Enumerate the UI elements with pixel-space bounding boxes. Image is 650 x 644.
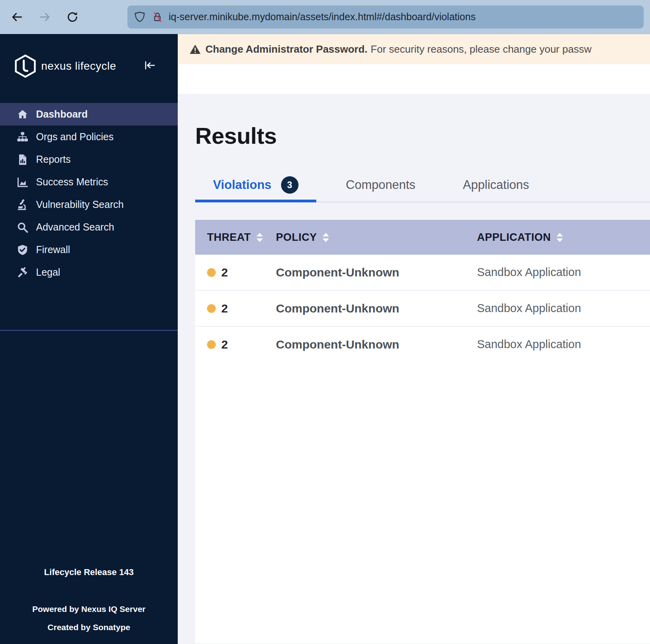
sidebar-item-label: Orgs and Policies [36, 131, 114, 143]
browser-chrome: iq-server.minikube.mydomain/assets/index… [0, 0, 650, 34]
sidebar-item-legal[interactable]: Legal [0, 261, 178, 284]
column-header-policy[interactable]: POLICY [276, 231, 477, 244]
sidebar-item-label: Advanced Search [36, 221, 114, 233]
column-label: APPLICATION [477, 231, 551, 244]
url-bar[interactable]: iq-server.minikube.mydomain/assets/index… [127, 6, 644, 29]
warning-triangle-icon [190, 44, 201, 54]
shield-icon[interactable] [134, 11, 146, 23]
collapse-sidebar-button[interactable] [144, 60, 156, 72]
main-area: Change Administrator Password. For secur… [178, 34, 650, 644]
column-header-threat[interactable]: THREAT [207, 231, 276, 244]
reload-icon [66, 11, 79, 23]
header-spacer [178, 64, 650, 94]
application-cell: Sandbox Application [477, 266, 650, 279]
threat-level-dot [207, 340, 216, 349]
sidebar: nexus lifecycle Dashboard Orgs and Polic… [0, 34, 178, 644]
collapse-sidebar-icon [144, 60, 156, 71]
table-header-row: THREAT POLICY APPLICATION [195, 220, 650, 255]
back-button[interactable] [10, 10, 24, 24]
policy-cell: Component-Unknown [276, 338, 477, 351]
application-cell: Sandbox Application [477, 338, 650, 351]
table-row[interactable]: 2 Component-Unknown Sandbox Application [195, 290, 650, 326]
policy-cell: Component-Unknown [276, 266, 477, 279]
reload-button[interactable] [66, 10, 79, 24]
url-text[interactable]: iq-server.minikube.mydomain/assets/index… [169, 11, 475, 23]
created-by-text: Created by Sonatype [0, 623, 178, 632]
sidebar-item-firewall[interactable]: Firewall [0, 238, 178, 261]
search-icon [16, 221, 29, 233]
sort-icon [557, 233, 563, 242]
page-title: Results [195, 123, 650, 149]
threat-level-dot [207, 268, 216, 277]
threat-value: 2 [221, 338, 228, 351]
sitemap-icon [16, 131, 29, 143]
table-row[interactable]: 2 Component-Unknown Sandbox Application [195, 255, 650, 290]
sort-icon [257, 233, 263, 242]
sidebar-item-advanced-search[interactable]: Advanced Search [0, 216, 178, 238]
tab-label: Violations [213, 178, 272, 192]
sidebar-item-orgs-and-policies[interactable]: Orgs and Policies [0, 126, 178, 148]
policy-cell: Component-Unknown [276, 302, 477, 315]
sidebar-item-vulnerability-search[interactable]: Vulnerability Search [0, 193, 178, 216]
powered-by-text: Powered by Nexus IQ Server [0, 604, 178, 614]
threat-value: 2 [221, 266, 228, 279]
sidebar-divider [0, 330, 178, 331]
sidebar-item-label: Dashboard [36, 109, 88, 120]
violations-table: THREAT POLICY APPLICATION 2 [195, 220, 650, 643]
release-version: Lifecycle Release 143 [0, 567, 178, 577]
sidebar-item-reports[interactable]: Reports [0, 148, 178, 171]
sidebar-item-label: Reports [36, 154, 71, 165]
brand-row: nexus lifecycle [0, 34, 178, 78]
sidebar-item-label: Firewall [36, 244, 70, 255]
tab-components[interactable]: Components [328, 168, 433, 202]
sidebar-item-success-metrics[interactable]: Success Metrics [0, 171, 178, 193]
tab-label: Applications [463, 178, 529, 192]
sidebar-nav: Dashboard Orgs and Policies Reports Succ… [0, 103, 178, 284]
brand-title: nexus lifecycle [41, 60, 116, 72]
table-row[interactable]: 2 Component-Unknown Sandbox Application [195, 326, 650, 362]
microscope-icon [16, 199, 29, 211]
lock-slash-icon[interactable] [151, 11, 163, 23]
tab-label: Components [346, 178, 416, 192]
threat-level-dot [207, 304, 216, 313]
gavel-icon [16, 267, 29, 278]
active-tab-underline [195, 200, 316, 202]
tab-violations[interactable]: Violations 3 [195, 168, 316, 202]
home-icon [16, 109, 29, 120]
threat-cell: 2 [207, 302, 276, 315]
tab-applications[interactable]: Applications [445, 168, 547, 202]
sidebar-item-label: Success Metrics [36, 176, 108, 188]
banner-message: For security reasons, please change your… [371, 43, 591, 55]
report-icon [16, 154, 29, 166]
column-label: POLICY [276, 231, 317, 244]
violations-count-badge: 3 [281, 176, 298, 194]
forward-button[interactable] [38, 10, 51, 24]
sidebar-item-label: Legal [36, 267, 60, 278]
forward-icon [38, 11, 51, 23]
results-tabs: Violations 3 Components Applications [195, 168, 650, 202]
sort-icon [323, 233, 329, 242]
shield-check-icon [16, 244, 29, 256]
banner-title: Change Administrator Password. [205, 43, 367, 55]
sidebar-item-label: Vulnerability Search [36, 199, 124, 210]
chart-area-icon [16, 176, 29, 188]
nexus-lifecycle-logo-icon [14, 54, 36, 78]
back-icon [11, 11, 23, 23]
application-cell: Sandbox Application [477, 302, 650, 315]
threat-cell: 2 [207, 338, 276, 351]
dashboard-content: Results Violations 3 Components Applicat… [178, 94, 650, 644]
threat-value: 2 [221, 302, 228, 315]
threat-cell: 2 [207, 266, 276, 279]
column-header-application[interactable]: APPLICATION [477, 231, 650, 244]
change-password-banner: Change Administrator Password. For secur… [178, 34, 650, 64]
sidebar-item-dashboard[interactable]: Dashboard [0, 103, 178, 126]
column-label: THREAT [207, 231, 251, 244]
